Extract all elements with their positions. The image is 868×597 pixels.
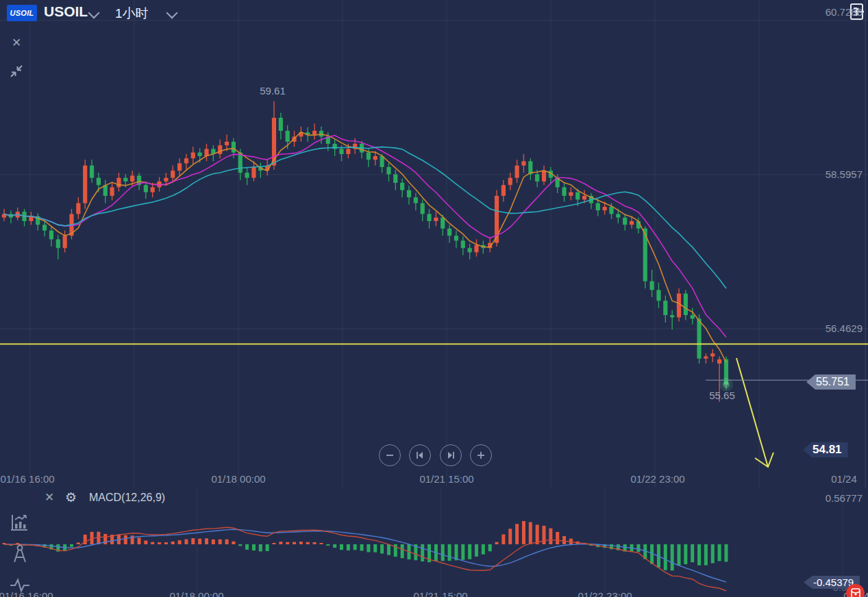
macd-settings-gear-icon[interactable]: ⚙ bbox=[65, 491, 77, 504]
chart-app: USOIL USOIL 1小时 ✕ 60.728658.595756.4629 … bbox=[0, 0, 868, 597]
current-price-badge: 55.751 bbox=[806, 374, 856, 390]
main-price-chart[interactable] bbox=[0, 0, 868, 487]
symbol-dropdown[interactable] bbox=[90, 9, 98, 17]
chevron-down-icon bbox=[88, 8, 100, 19]
zoom-in-button[interactable] bbox=[470, 444, 492, 466]
drawing-compass-tool-icon[interactable] bbox=[11, 543, 29, 565]
time-tick-label: 01/18 00:00 bbox=[211, 473, 265, 485]
macd-axis-max-label: 0.56777 bbox=[826, 492, 863, 504]
plus-icon bbox=[476, 450, 486, 460]
collapse-chart-icon[interactable] bbox=[9, 64, 24, 79]
time-tick-label: 01/22 23:00 bbox=[630, 473, 684, 485]
price-tick-label: 58.5957 bbox=[826, 168, 863, 180]
time-tick-label: 01/21 15:00 bbox=[419, 473, 473, 485]
skip-end-icon bbox=[446, 450, 456, 460]
chart-type-tool-icon[interactable] bbox=[10, 513, 29, 533]
time-tick-label: 01/16 16:00 bbox=[0, 590, 53, 597]
time-tick-label: 01/21 15:00 bbox=[413, 590, 467, 597]
macd-indicator-chart[interactable] bbox=[0, 487, 868, 597]
symbol-logo-badge: USOIL bbox=[7, 5, 37, 21]
zoom-out-button[interactable] bbox=[379, 444, 401, 466]
go-to-start-button[interactable] bbox=[409, 444, 431, 466]
go-to-end-button[interactable] bbox=[440, 444, 462, 466]
swing-low-label: 55.65 bbox=[709, 390, 735, 401]
time-tick-label: 01/16 16:00 bbox=[0, 473, 54, 485]
close-macd-icon[interactable]: ✕ bbox=[45, 492, 54, 503]
target-price-badge: 54.81 bbox=[803, 442, 848, 457]
minus-icon bbox=[385, 450, 395, 460]
swing-high-label: 59.61 bbox=[260, 85, 286, 97]
close-chart-icon[interactable]: ✕ bbox=[12, 37, 21, 49]
time-tick-label: 01/18 00:00 bbox=[169, 590, 223, 597]
price-tick-label: 60.7286 bbox=[826, 6, 863, 18]
chevron-down-icon bbox=[166, 8, 178, 19]
price-tick-label: 56.4629 bbox=[826, 322, 863, 334]
time-tick-label: 01/24 bbox=[831, 473, 857, 485]
interval-selector[interactable]: 1小时 bbox=[115, 5, 149, 23]
interval-dropdown[interactable] bbox=[168, 9, 176, 17]
macd-title: MACD(12,26,9) bbox=[89, 492, 165, 504]
skip-start-icon bbox=[415, 450, 425, 460]
symbol-title: USOIL bbox=[44, 3, 88, 20]
time-tick-label: 01/22 23:00 bbox=[578, 590, 632, 597]
